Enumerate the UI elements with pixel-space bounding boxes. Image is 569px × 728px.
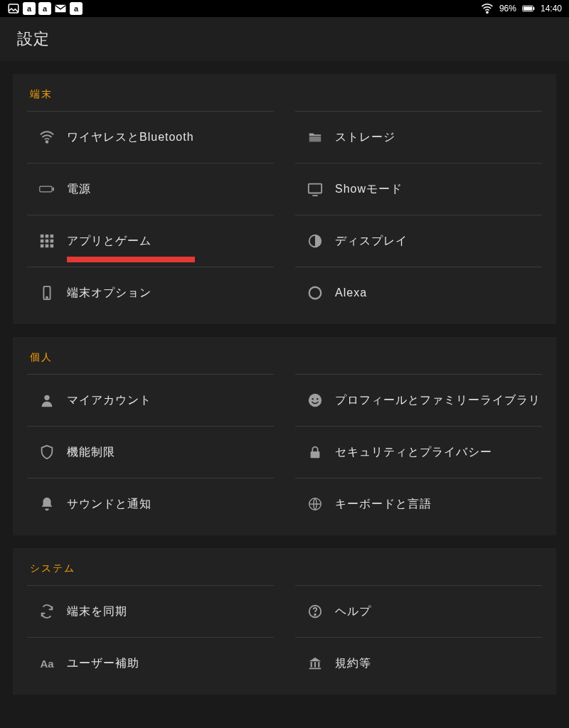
svg-point-2 bbox=[486, 11, 488, 13]
svg-rect-5 bbox=[533, 7, 534, 10]
clock: 14:40 bbox=[541, 4, 562, 14]
svg-rect-20 bbox=[309, 184, 321, 193]
folder-icon bbox=[295, 129, 335, 145]
item-sync[interactable]: 端末を同期 bbox=[27, 585, 274, 637]
tablet-icon bbox=[27, 285, 67, 301]
svg-rect-31 bbox=[309, 668, 321, 669]
settings-scroll[interactable]: 端末 ワイヤレスとBluetooth 電源 アプリとゲーム bbox=[0, 74, 569, 695]
status-left: a a a bbox=[7, 2, 83, 15]
battery-icon bbox=[522, 2, 535, 15]
item-label: 電源 bbox=[67, 182, 91, 197]
apps-grid-icon bbox=[27, 233, 67, 249]
shield-icon bbox=[27, 444, 67, 460]
item-label: Showモード bbox=[335, 182, 403, 197]
legal-icon bbox=[295, 655, 335, 671]
section-title-device: 端末 bbox=[27, 74, 542, 111]
sync-icon bbox=[27, 604, 67, 619]
svg-rect-11 bbox=[50, 235, 54, 238]
item-label: 機能制限 bbox=[67, 445, 115, 460]
contrast-icon bbox=[295, 233, 335, 249]
item-label: ヘルプ bbox=[335, 604, 371, 619]
svg-point-30 bbox=[314, 614, 316, 616]
item-label: マイアカウント bbox=[67, 393, 151, 408]
item-profile[interactable]: プロフィールとファミリーライブラリ bbox=[295, 374, 542, 426]
page-title: 設定 bbox=[17, 28, 50, 50]
help-icon bbox=[295, 604, 335, 619]
battery-percentage: 96% bbox=[499, 4, 516, 14]
item-device-options[interactable]: 端末オプション bbox=[27, 267, 274, 318]
item-alexa[interactable]: Alexa bbox=[295, 267, 542, 318]
smile-icon bbox=[295, 392, 335, 408]
section-system: システム 端末を同期 Aa ユーザー補助 ヘルプ 規約等 bbox=[13, 548, 556, 695]
svg-point-26 bbox=[317, 398, 318, 400]
item-label: ユーザー補助 bbox=[67, 656, 139, 671]
svg-rect-4 bbox=[523, 6, 532, 10]
amazon-badge-icon: a bbox=[38, 2, 51, 15]
item-label: 端末を同期 bbox=[67, 604, 127, 619]
svg-rect-27 bbox=[311, 451, 320, 458]
item-label: キーボードと言語 bbox=[335, 497, 432, 512]
amazon-badge-icon: a bbox=[70, 2, 83, 15]
item-show-mode[interactable]: Showモード bbox=[295, 163, 542, 215]
section-device: 端末 ワイヤレスとBluetooth 電源 アプリとゲーム bbox=[13, 74, 556, 324]
wifi-icon bbox=[27, 129, 67, 145]
accessibility-icon: Aa bbox=[27, 658, 67, 670]
svg-rect-13 bbox=[46, 240, 49, 243]
section-title-personal: 個人 bbox=[27, 337, 542, 374]
item-sound[interactable]: サウンドと通知 bbox=[27, 478, 274, 530]
item-label: ストレージ bbox=[335, 130, 395, 145]
item-label: 端末オプション bbox=[67, 286, 151, 301]
svg-rect-14 bbox=[50, 240, 54, 243]
svg-rect-17 bbox=[50, 245, 54, 248]
bell-icon bbox=[27, 496, 67, 512]
battery-icon bbox=[27, 181, 67, 197]
highlight-marker bbox=[67, 257, 195, 262]
svg-point-22 bbox=[309, 287, 321, 299]
person-icon bbox=[27, 392, 67, 408]
svg-point-24 bbox=[309, 394, 321, 407]
svg-rect-10 bbox=[46, 235, 49, 238]
svg-rect-16 bbox=[46, 245, 49, 248]
svg-rect-7 bbox=[40, 186, 52, 192]
section-title-system: システム bbox=[27, 548, 542, 585]
svg-rect-9 bbox=[41, 235, 44, 238]
svg-rect-33 bbox=[314, 662, 316, 667]
svg-rect-12 bbox=[41, 240, 44, 243]
item-parental[interactable]: 機能制限 bbox=[27, 426, 274, 478]
item-wireless[interactable]: ワイヤレスとBluetooth bbox=[27, 111, 274, 163]
svg-rect-8 bbox=[53, 188, 54, 191]
item-help[interactable]: ヘルプ bbox=[295, 585, 542, 637]
svg-point-6 bbox=[46, 141, 48, 143]
amazon-badge-icon: a bbox=[23, 2, 36, 15]
mail-icon bbox=[54, 2, 67, 15]
item-label: セキュリティとプライバシー bbox=[335, 445, 492, 460]
item-label: サウンドと通知 bbox=[67, 497, 151, 512]
item-keyboard[interactable]: キーボードと言語 bbox=[295, 478, 542, 530]
item-display[interactable]: ディスプレイ bbox=[295, 215, 542, 267]
item-apps-games[interactable]: アプリとゲーム bbox=[27, 215, 274, 267]
globe-icon bbox=[295, 496, 335, 512]
svg-rect-15 bbox=[41, 245, 44, 248]
lock-icon bbox=[295, 444, 335, 460]
item-label: 規約等 bbox=[335, 656, 371, 671]
wifi-icon bbox=[481, 2, 494, 15]
svg-point-23 bbox=[44, 395, 49, 400]
item-label: プロフィールとファミリーライブラリ bbox=[335, 393, 541, 408]
item-accessibility[interactable]: Aa ユーザー補助 bbox=[27, 637, 274, 689]
monitor-icon bbox=[295, 181, 335, 197]
item-security[interactable]: セキュリティとプライバシー bbox=[295, 426, 542, 478]
item-legal[interactable]: 規約等 bbox=[295, 637, 542, 689]
svg-point-19 bbox=[46, 297, 48, 299]
status-right: 96% 14:40 bbox=[481, 2, 562, 15]
item-label: ディスプレイ bbox=[335, 234, 408, 249]
svg-rect-34 bbox=[318, 662, 319, 667]
section-personal: 個人 マイアカウント 機能制限 サウンドと通知 プロフ bbox=[13, 337, 556, 535]
item-label: アプリとゲーム bbox=[67, 234, 151, 249]
item-power[interactable]: 電源 bbox=[27, 163, 274, 215]
svg-point-25 bbox=[312, 398, 314, 400]
page-header: 設定 bbox=[0, 17, 569, 61]
svg-rect-32 bbox=[311, 662, 312, 667]
item-storage[interactable]: ストレージ bbox=[295, 111, 542, 163]
alexa-icon bbox=[295, 285, 335, 301]
item-my-account[interactable]: マイアカウント bbox=[27, 374, 274, 426]
